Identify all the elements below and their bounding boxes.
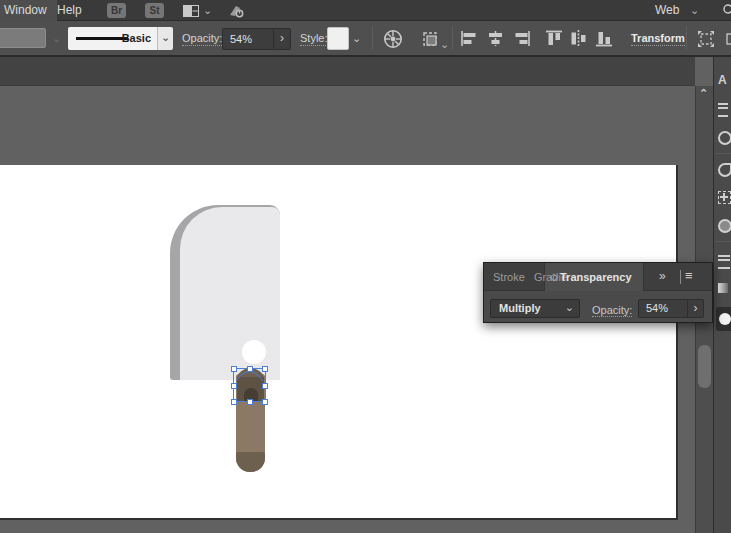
color-guide-panel-icon[interactable] xyxy=(718,219,731,233)
selection-handle[interactable] xyxy=(247,366,253,372)
gpu-performance-icon[interactable] xyxy=(227,3,245,18)
align-bottom-icon[interactable] xyxy=(596,30,612,47)
selection-handle[interactable] xyxy=(262,383,268,389)
panel-opacity-stepper-icon[interactable]: › xyxy=(688,299,704,318)
scroll-up-arrow-icon[interactable]: ⌃ xyxy=(699,87,708,100)
clipped-toolbar-icon[interactable] xyxy=(726,29,731,49)
selection-handle[interactable] xyxy=(231,383,237,389)
collapse-panel-icon[interactable]: » xyxy=(659,263,667,291)
dock-divider xyxy=(715,241,731,242)
separator xyxy=(372,26,373,50)
free-transform-icon[interactable] xyxy=(694,29,718,49)
artboard[interactable] xyxy=(0,165,678,520)
brushes-panel-icon[interactable] xyxy=(718,163,731,177)
selection-handle[interactable] xyxy=(262,366,268,372)
panel-opacity-label[interactable]: Opacity: xyxy=(592,304,632,317)
search-icon[interactable] xyxy=(722,3,731,17)
bridge-button[interactable]: Br xyxy=(107,3,126,18)
scrollbar-thumb[interactable] xyxy=(698,345,711,388)
transform-link[interactable]: Transform xyxy=(631,32,685,46)
stroke-line-sample xyxy=(76,37,128,40)
selection-handle[interactable] xyxy=(247,399,253,405)
panel-opacity-input[interactable]: 54% xyxy=(638,299,688,318)
align-right-icon[interactable] xyxy=(512,31,531,46)
panel-tab-bar: Stroke Gradie ◇ Transparency » ≡ xyxy=(484,263,712,291)
document-canvas[interactable]: ⌃ A xyxy=(0,57,731,533)
symbols-panel-icon[interactable] xyxy=(718,191,731,205)
menu-bar: Window Help Br St ⌄ Web ⌄ xyxy=(0,0,731,21)
fill-chevron-icon[interactable]: ⌄ xyxy=(52,33,61,43)
stroke-style-name: Basic xyxy=(122,32,151,44)
align-center-icon[interactable] xyxy=(486,31,505,46)
blend-mode-select[interactable]: Multiply ⌄ xyxy=(490,299,580,318)
stroke-panel-icon[interactable] xyxy=(718,255,731,269)
blend-mode-value: Multiply xyxy=(499,302,541,314)
selection-handle[interactable] xyxy=(231,399,237,405)
blend-mode-chevron-icon: ⌄ xyxy=(565,301,574,314)
selection-handle[interactable] xyxy=(231,366,237,372)
control-bar: ⌄ Basic ⌄ Opacity: 54% › Style: ⌄ xyxy=(0,21,731,57)
panel-menu-icon[interactable]: ≡ xyxy=(685,263,693,291)
graphic-style-swatch[interactable] xyxy=(327,27,349,50)
transparency-panel: Stroke Gradie ◇ Transparency » ≡ Multipl… xyxy=(483,262,713,323)
workspace-switcher-icon[interactable] xyxy=(183,5,199,17)
artboard-chevron-icon[interactable]: ⌄ xyxy=(440,39,449,49)
color-panel-icon[interactable] xyxy=(718,131,731,145)
tab-cycle-icon[interactable]: ◇ xyxy=(550,263,558,291)
tab-transparency[interactable]: Transparency xyxy=(560,263,632,291)
opacity-label[interactable]: Opacity: xyxy=(182,32,222,46)
opacity-stepper-icon[interactable]: › xyxy=(274,28,291,50)
selection-bounding-box xyxy=(233,368,266,402)
gradient-panel-icon[interactable] xyxy=(718,283,731,297)
align-top-icon[interactable] xyxy=(546,30,562,47)
selection-handle[interactable] xyxy=(262,399,268,405)
panel-header-divider xyxy=(680,270,681,284)
panel-dock: A xyxy=(713,57,731,533)
style-chevron-icon[interactable]: ⌄ xyxy=(352,33,361,43)
menu-help[interactable]: Help xyxy=(47,0,92,21)
dock-divider xyxy=(715,153,731,154)
opacity-input[interactable]: 54% xyxy=(222,28,274,50)
align-vertical-center-icon[interactable] xyxy=(570,30,587,47)
character-panel-icon[interactable]: A xyxy=(718,73,731,87)
workspace-value[interactable]: Web xyxy=(655,0,679,21)
align-left-icon[interactable] xyxy=(460,31,479,46)
canvas-top-strip xyxy=(0,57,695,86)
illustrator-window: Window Help Br St ⌄ Web ⌄ xyxy=(0,0,731,533)
cleaver-blade-hole[interactable] xyxy=(242,340,266,364)
tab-stroke[interactable]: Stroke xyxy=(493,263,525,291)
separator xyxy=(452,26,453,50)
workspace-chevron-icon[interactable]: ⌄ xyxy=(203,5,212,15)
stroke-style-preview[interactable]: Basic xyxy=(68,27,157,50)
style-label[interactable]: Style: xyxy=(300,32,328,46)
fill-color-swatch[interactable] xyxy=(0,28,46,48)
recolor-artwork-icon[interactable] xyxy=(383,29,403,49)
separator xyxy=(686,26,687,50)
stroke-style-chevron-icon[interactable]: ⌄ xyxy=(157,27,173,50)
selection-path-arc xyxy=(0,165,678,520)
cleaver-handle-tip-shade[interactable] xyxy=(236,452,265,472)
workspace-value-chevron-icon[interactable]: ⌄ xyxy=(690,5,699,15)
artboard-options-icon[interactable] xyxy=(420,29,440,49)
stock-button[interactable]: St xyxy=(145,3,164,18)
appearance-panel-icon[interactable] xyxy=(718,103,731,117)
transparency-panel-icon[interactable] xyxy=(716,307,731,331)
